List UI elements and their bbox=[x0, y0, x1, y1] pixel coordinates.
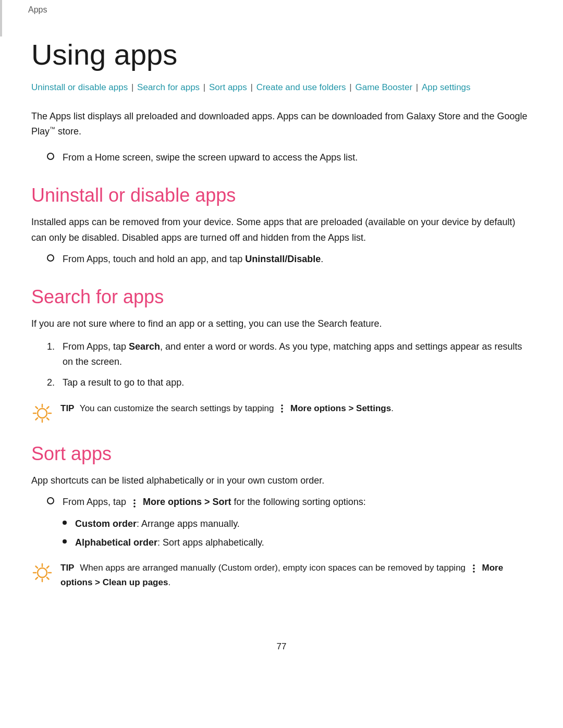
svg-point-0 bbox=[38, 409, 47, 418]
tip-lightbulb-icon bbox=[31, 402, 53, 424]
sort-sub-item-alpha: Alphabetical order: Sort apps alphabetic… bbox=[63, 535, 532, 551]
nav-link-gamebooster[interactable]: Game Booster bbox=[356, 82, 413, 92]
sort-tip: TIP When apps are arranged manually (Cus… bbox=[31, 561, 532, 589]
svg-point-26 bbox=[473, 571, 475, 573]
separator: | bbox=[413, 82, 421, 92]
section-title-sort: Sort apps bbox=[31, 443, 532, 465]
nav-link-search[interactable]: Search for apps bbox=[137, 82, 200, 92]
svg-line-22 bbox=[47, 566, 49, 569]
uninstall-bullet: From Apps, touch and hold an app, and ta… bbox=[47, 252, 532, 267]
more-options-icon bbox=[277, 403, 287, 413]
intro-bullet: From a Home screen, swipe the screen upw… bbox=[47, 150, 532, 166]
breadcrumb-text: Apps bbox=[28, 5, 47, 14]
search-tip: TIP You can customize the search setting… bbox=[31, 401, 532, 424]
bullet-circle-icon bbox=[47, 153, 54, 160]
uninstall-bullet-text: From Apps, touch and hold an app, and ta… bbox=[63, 252, 323, 267]
tip-text-search: TIP You can customize the search setting… bbox=[60, 401, 394, 415]
search-step-2-text: Tap a result to go to that app. bbox=[63, 375, 184, 391]
svg-line-21 bbox=[47, 577, 49, 579]
main-content: Using apps Uninstall or disable apps | S… bbox=[0, 18, 563, 631]
sort-alpha-text: Alphabetical order: Sort apps alphabetic… bbox=[75, 535, 264, 551]
svg-point-11 bbox=[281, 411, 283, 413]
tip-text-sort: TIP When apps are arranged manually (Cus… bbox=[60, 561, 532, 589]
separator: | bbox=[347, 82, 354, 92]
svg-line-6 bbox=[47, 418, 49, 420]
sort-body: App shortcuts can be listed alphabetical… bbox=[31, 473, 532, 489]
intro-text: The Apps list displays all preloaded and… bbox=[31, 109, 532, 140]
search-step-1-text: From Apps, tap Search, and enter a word … bbox=[63, 339, 532, 370]
sort-bullet: From Apps, tap More options > Sort for t… bbox=[47, 495, 532, 510]
page-border-line bbox=[0, 0, 2, 36]
tip-label-sort: TIP bbox=[60, 563, 74, 573]
separator: | bbox=[248, 82, 255, 92]
svg-point-15 bbox=[38, 568, 47, 577]
svg-line-5 bbox=[36, 406, 38, 409]
more-options-icon-cleanup bbox=[469, 563, 479, 573]
intro-bullet-text: From a Home screen, swipe the screen upw… bbox=[63, 150, 358, 166]
nav-links: Uninstall or disable apps | Search for a… bbox=[31, 80, 532, 94]
svg-point-12 bbox=[133, 499, 136, 501]
section-title-search: Search for apps bbox=[31, 286, 532, 308]
svg-line-23 bbox=[36, 577, 38, 579]
svg-point-14 bbox=[133, 505, 136, 508]
tip-label: TIP bbox=[60, 403, 74, 413]
bullet-dot-icon bbox=[63, 539, 67, 544]
search-steps: 1. From Apps, tap Search, and enter a wo… bbox=[47, 339, 532, 391]
search-step-2: 2. Tap a result to go to that app. bbox=[47, 375, 532, 391]
separator: | bbox=[129, 82, 136, 92]
svg-point-9 bbox=[281, 404, 283, 406]
nav-link-folders[interactable]: Create and use folders bbox=[256, 82, 346, 92]
sort-sub-bullets: Custom order: Arrange apps manually. Alp… bbox=[63, 516, 532, 550]
search-body: If you are not sure where to find an app… bbox=[31, 316, 532, 332]
uninstall-body: Installed apps can be removed from your … bbox=[31, 215, 532, 245]
breadcrumb: Apps bbox=[0, 0, 563, 18]
svg-line-20 bbox=[36, 566, 38, 569]
section-title-uninstall: Uninstall or disable apps bbox=[31, 184, 532, 206]
separator: | bbox=[201, 82, 208, 92]
svg-line-8 bbox=[36, 418, 38, 420]
page-title: Using apps bbox=[31, 39, 532, 71]
svg-line-7 bbox=[47, 406, 49, 409]
nav-link-appsettings[interactable]: App settings bbox=[422, 82, 471, 92]
sort-sub-item-custom: Custom order: Arrange apps manually. bbox=[63, 516, 532, 532]
step-number-1: 1. bbox=[47, 339, 63, 355]
bullet-dot-icon bbox=[63, 521, 67, 525]
bullet-circle-icon bbox=[47, 497, 54, 504]
svg-point-13 bbox=[133, 502, 136, 504]
nav-link-uninstall[interactable]: Uninstall or disable apps bbox=[31, 82, 128, 92]
search-step-1: 1. From Apps, tap Search, and enter a wo… bbox=[47, 339, 532, 370]
bullet-circle-icon bbox=[47, 254, 54, 262]
sort-bullet-text: From Apps, tap More options > Sort for t… bbox=[63, 495, 366, 510]
svg-point-10 bbox=[281, 408, 283, 410]
more-options-icon-sort bbox=[130, 498, 139, 507]
svg-point-24 bbox=[473, 564, 475, 566]
tip-lightbulb-icon-sort bbox=[31, 562, 53, 584]
svg-point-25 bbox=[473, 567, 475, 570]
sort-custom-text: Custom order: Arrange apps manually. bbox=[75, 516, 240, 532]
nav-link-sort[interactable]: Sort apps bbox=[209, 82, 247, 92]
page-number: 77 bbox=[0, 631, 563, 668]
step-number-2: 2. bbox=[47, 375, 63, 391]
